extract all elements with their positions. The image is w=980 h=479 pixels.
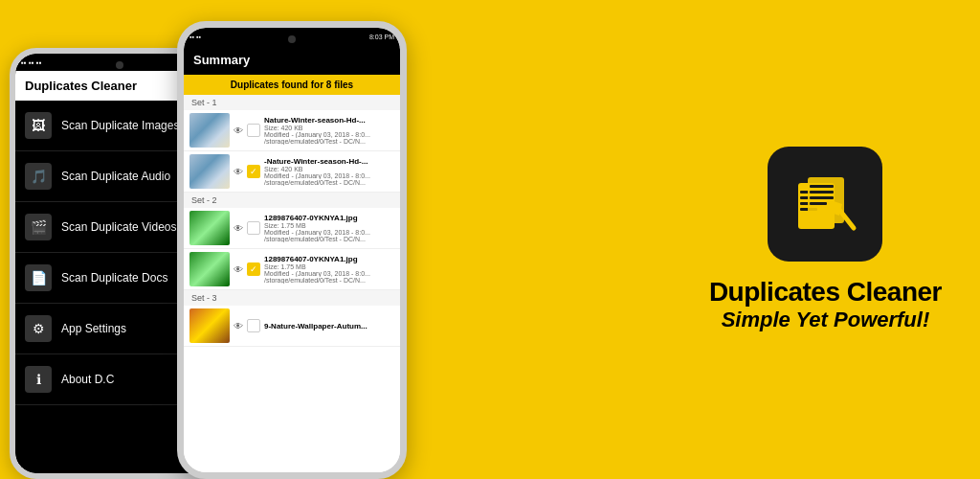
brand-subtitle: Simple Yet Powerful! [709, 308, 942, 332]
file-item-1-0[interactable]: 👁 1289876407-0YKNYA1.jpg Size: 1.75 MB M… [184, 208, 400, 249]
svg-rect-5 [808, 177, 844, 223]
menu-label-app-settings: App Settings [61, 322, 126, 335]
file-thumb-2-0 [189, 308, 230, 343]
app-header-right: Summary [184, 45, 400, 75]
file-item-0-0[interactable]: 👁 Nature-Winter-season-Hd-... Size: 420 … [184, 110, 400, 151]
file-item-1-1[interactable]: 👁✓ 1289876407-0YKNYA1.jpg Size: 1.75 MB … [184, 249, 400, 290]
file-modified-1-0: Modified - (January 03, 2018 - 8:0... [264, 229, 394, 236]
app-icon-svg [787, 166, 863, 242]
duplicates-banner: Duplicates found for 8 files [184, 75, 400, 95]
file-info-1-1: 1289876407-0YKNYA1.jpg Size: 1.75 MB Mod… [264, 255, 394, 284]
phones-area: ▪▪ ▪▪ ▪▪ 7:35 Duplicates Cleaner 🖼 Scan … [0, 0, 536, 479]
file-name-1-0: 1289876407-0YKNYA1.jpg [264, 214, 394, 222]
set-label-2: Set - 3 [184, 290, 400, 306]
camera-dot-left [116, 61, 123, 69]
menu-label-scan-docs: Scan Duplicate Docs [61, 271, 167, 285]
file-thumb-1-1 [189, 252, 230, 286]
file-thumb-0-1 [189, 154, 230, 189]
checkbox-unchecked-2-0[interactable] [247, 319, 260, 332]
eye-icon[interactable]: 👁 [234, 264, 243, 275]
file-size-1-1: Size: 1.75 MB [264, 263, 394, 270]
file-path-0-0: /storage/emulated/0/Test - DC/N... [264, 138, 394, 145]
file-name-1-1: 1289876407-0YKNYA1.jpg [264, 255, 394, 263]
app-title-left: Duplicates Cleaner [25, 79, 137, 93]
eye-icon[interactable]: 👁 [234, 167, 243, 177]
phone-right-inner: ▪▪ ▪▪ 8:03 PM Summary Duplicates found f… [184, 28, 400, 472]
menu-icon-scan-audio: 🎵 [25, 163, 52, 190]
brand-text: Duplicates Cleaner Simple Yet Powerful! [709, 277, 942, 332]
menu-icon-about: ℹ [25, 366, 52, 393]
file-size-0-1: Size: 420 KB [264, 166, 394, 172]
menu-icon-scan-videos: 🎬 [25, 214, 52, 240]
file-info-1-0: 1289876407-0YKNYA1.jpg Size: 1.75 MB Mod… [264, 214, 394, 242]
file-size-0-0: Size: 420 KB [264, 125, 394, 131]
menu-label-about: About D.C [61, 373, 114, 386]
phone-right: ▪▪ ▪▪ 8:03 PM Summary Duplicates found f… [177, 21, 407, 479]
checkbox-unchecked-1-0[interactable] [247, 221, 260, 235]
camera-dot-right [288, 35, 296, 43]
scan-list: Set - 1👁 Nature-Winter-season-Hd-... Siz… [184, 95, 400, 472]
file-info-0-0: Nature-Winter-season-Hd-... Size: 420 KB… [264, 116, 394, 145]
file-size-1-0: Size: 1.75 MB [264, 222, 394, 229]
file-item-2-0[interactable]: 👁 9-Nature-Wallpaper-Autum... [184, 306, 400, 347]
app-title-right: Summary [193, 53, 250, 67]
set-label-1: Set - 2 [184, 193, 400, 208]
file-modified-1-1: Modified - (January 03, 2018 - 8:0... [264, 270, 394, 277]
eye-icon[interactable]: 👁 [234, 321, 243, 331]
menu-label-scan-videos: Scan Duplicate Videos [61, 220, 177, 234]
branding-area: Duplicates Cleaner Simple Yet Powerful! [709, 147, 942, 332]
brand-title: Duplicates Cleaner [709, 277, 942, 308]
svg-rect-9 [810, 202, 827, 205]
file-info-2-0: 9-Nature-Wallpaper-Autum... [264, 322, 394, 331]
file-path-1-1: /storage/emulated/0/Test - DC/N... [264, 277, 394, 284]
svg-rect-8 [810, 196, 834, 199]
file-info-0-1: -Nature-Winter-season-Hd-... Size: 420 K… [264, 157, 394, 186]
file-thumb-1-0 [189, 211, 230, 245]
svg-rect-7 [810, 191, 834, 194]
file-path-0-1: /storage/emulated/0/Test - DC/N... [264, 179, 394, 186]
eye-icon[interactable]: 👁 [234, 125, 243, 136]
file-name-0-1: -Nature-Winter-season-Hd-... [264, 157, 394, 166]
set-label-0: Set - 1 [184, 95, 400, 110]
status-right-icons: ▪▪ ▪▪ [189, 34, 201, 40]
file-thumb-0-0 [189, 113, 230, 148]
menu-icon-scan-images: 🖼 [25, 112, 52, 139]
app-icon [768, 147, 882, 262]
eye-icon[interactable]: 👁 [234, 223, 243, 234]
status-left-icons: ▪▪ ▪▪ ▪▪ [21, 58, 41, 67]
file-name-2-0: 9-Nature-Wallpaper-Autum... [264, 322, 394, 331]
menu-icon-scan-docs: 📄 [25, 264, 52, 291]
file-modified-0-0: Modified - (January 03, 2018 - 8:0... [264, 131, 394, 138]
checkbox-unchecked-0-0[interactable] [247, 124, 260, 137]
menu-label-scan-audio: Scan Duplicate Audio [61, 170, 170, 183]
checkbox-checked-1-1[interactable]: ✓ [247, 262, 260, 276]
file-item-0-1[interactable]: 👁✓ -Nature-Winter-season-Hd-... Size: 42… [184, 151, 400, 193]
file-modified-0-1: Modified - (January 03, 2018 - 8:0... [264, 172, 394, 179]
file-name-0-0: Nature-Winter-season-Hd-... [264, 116, 394, 125]
checkbox-checked-0-1[interactable]: ✓ [247, 165, 260, 178]
menu-icon-app-settings: ⚙ [25, 315, 52, 342]
file-path-1-0: /storage/emulated/0/Test - DC/N... [264, 236, 394, 242]
svg-rect-6 [810, 185, 834, 188]
menu-label-scan-images: Scan Duplicate Images [61, 119, 179, 132]
status-right-time: 8:03 PM [369, 34, 394, 40]
